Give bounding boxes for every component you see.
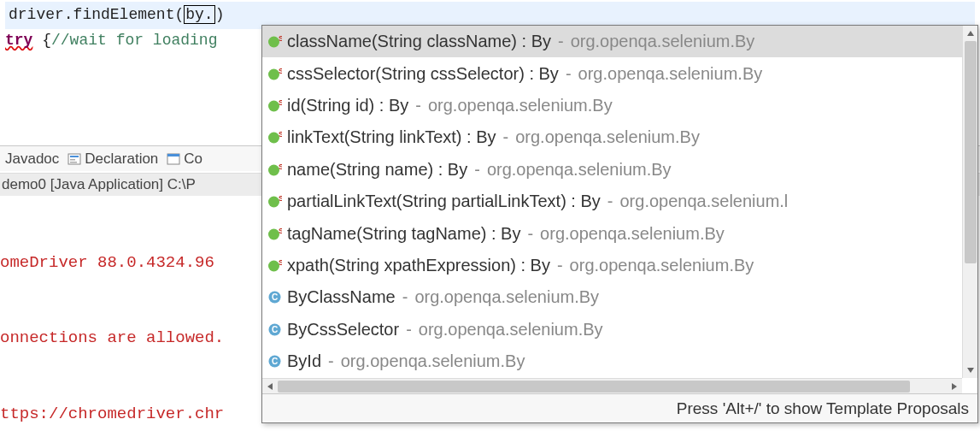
code-keyword: try: [5, 32, 32, 49]
svg-marker-29: [967, 368, 974, 373]
static-method-icon: S: [267, 258, 282, 273]
proposal-signature: partialLinkText(String partialLinkText) …: [287, 192, 601, 211]
static-method-icon: S: [267, 67, 282, 81]
proposal-separator: -: [503, 127, 509, 147]
tab-javadoc[interactable]: Javadoc: [5, 151, 59, 168]
popup-status-bar: Press 'Alt+/' to show Template Proposals: [262, 393, 977, 422]
code-line[interactable]: try {//wait for loading: [5, 32, 217, 49]
svg-text:S: S: [279, 227, 282, 235]
proposal-item[interactable]: SclassName(String className) : By-org.op…: [262, 26, 977, 57]
svg-text:S: S: [279, 162, 282, 171]
proposal-signature: ById: [287, 351, 321, 371]
declaration-icon: [67, 152, 81, 166]
proposal-list-container: SclassName(String className) : By-org.op…: [262, 26, 977, 393]
static-method-icon: S: [267, 130, 282, 145]
class-icon: C: [267, 290, 282, 304]
proposal-separator: -: [406, 320, 412, 340]
tab-label: Declaration: [85, 151, 158, 167]
proposal-separator: -: [607, 192, 613, 211]
proposal-item[interactable]: Sname(String name) : By-org.openqa.selen…: [262, 154, 977, 186]
caret-selection[interactable]: by.: [184, 5, 214, 24]
proposal-signature: ByCssSelector: [287, 320, 399, 340]
proposal-package: org.openqa.selenium.l: [620, 192, 789, 211]
proposal-signature: name(String name) : By: [287, 160, 467, 180]
horizontal-scrollbar[interactable]: [262, 378, 962, 393]
svg-text:C: C: [272, 325, 278, 334]
code-text: ): [215, 6, 225, 23]
proposal-item[interactable]: StagName(String tagName) : By-org.openqa…: [262, 217, 977, 249]
code-text: driver.findElement(: [9, 6, 184, 23]
proposal-signature: cssSelector(String cssSelector) : By: [287, 64, 559, 84]
svg-marker-28: [967, 31, 974, 36]
content-assist-popup: SclassName(String className) : By-org.op…: [261, 25, 978, 423]
svg-rect-2: [70, 159, 75, 161]
proposal-item[interactable]: CById-org.openqa.selenium.By: [262, 345, 977, 377]
svg-rect-3: [70, 162, 77, 163]
static-method-icon: S: [267, 227, 282, 241]
proposal-package: org.openqa.selenium.By: [341, 351, 525, 371]
tab-declaration[interactable]: Declaration: [85, 151, 158, 168]
proposal-separator: -: [402, 287, 408, 307]
tab-label: Co: [184, 151, 202, 167]
proposal-separator: -: [566, 64, 572, 84]
static-method-icon: S: [267, 194, 282, 209]
svg-text:S: S: [279, 67, 282, 75]
svg-text:S: S: [279, 258, 282, 267]
svg-text:S: S: [279, 130, 282, 139]
scrollbar-thumb[interactable]: [278, 381, 910, 393]
proposal-item[interactable]: SpartialLinkText(String partialLinkText)…: [262, 186, 977, 217]
proposal-package: org.openqa.selenium.By: [578, 64, 763, 84]
svg-text:S: S: [279, 98, 282, 107]
proposal-separator: -: [415, 96, 421, 115]
proposal-package: org.openqa.selenium.By: [571, 32, 755, 51]
proposal-item[interactable]: ScssSelector(String cssSelector) : By-or…: [262, 57, 977, 89]
proposal-package: org.openqa.selenium.By: [487, 160, 672, 180]
proposal-separator: -: [474, 160, 480, 180]
proposal-signature: tagName(String tagName) : By: [287, 224, 520, 244]
svg-rect-1: [70, 156, 79, 157]
proposal-item[interactable]: SlinkText(String linkText) : By-org.open…: [262, 121, 977, 153]
proposal-item[interactable]: CByCssSelector-org.openqa.selenium.By: [262, 314, 977, 345]
proposal-item[interactable]: CByClassName-org.openqa.selenium.By: [262, 281, 977, 313]
svg-text:C: C: [272, 357, 278, 366]
svg-marker-31: [952, 383, 957, 390]
popup-status-text: Press 'Alt+/' to show Template Proposals: [677, 399, 969, 418]
proposal-separator: -: [527, 224, 533, 244]
proposal-separator: -: [558, 32, 564, 51]
console-icon: [167, 152, 180, 166]
tab-console[interactable]: Co: [184, 151, 202, 168]
class-icon: C: [267, 354, 282, 369]
svg-rect-5: [167, 154, 179, 156]
proposal-signature: ByClassName: [287, 287, 396, 307]
proposal-separator: -: [328, 351, 334, 371]
tab-label: Javadoc: [5, 151, 59, 167]
scroll-up-arrow-icon[interactable]: [963, 26, 978, 41]
static-method-icon: S: [267, 98, 282, 113]
scrollbar-thumb[interactable]: [965, 41, 977, 263]
proposal-package: org.openqa.selenium.By: [419, 320, 603, 340]
svg-marker-30: [267, 383, 273, 390]
proposal-package: org.openqa.selenium.By: [515, 127, 700, 147]
proposal-package: org.openqa.selenium.By: [540, 224, 725, 244]
proposal-package: org.openqa.selenium.By: [428, 96, 613, 115]
svg-text:S: S: [279, 194, 282, 203]
scroll-down-arrow-icon[interactable]: [963, 363, 978, 378]
proposal-signature: id(String id) : By: [287, 96, 408, 115]
static-method-icon: S: [267, 162, 282, 177]
scroll-left-arrow-icon[interactable]: [262, 379, 278, 394]
proposal-signature: className(String className) : By: [287, 32, 551, 51]
svg-text:S: S: [279, 34, 282, 43]
proposal-package: org.openqa.selenium.By: [570, 256, 754, 275]
proposal-separator: -: [557, 256, 563, 275]
svg-text:C: C: [272, 292, 278, 302]
scroll-right-arrow-icon[interactable]: [947, 379, 962, 394]
proposal-signature: xpath(String xpathExpression) : By: [287, 256, 550, 275]
proposal-list[interactable]: SclassName(String className) : By-org.op…: [262, 26, 977, 378]
proposal-item[interactable]: Sid(String id) : By-org.openqa.selenium.…: [262, 90, 977, 121]
code-comment: //wait for loading: [51, 32, 217, 49]
proposal-item[interactable]: Sxpath(String xpathExpression) : By-org.…: [262, 250, 977, 281]
launch-text: demo0 [Java Application] C:\P: [2, 176, 196, 192]
vertical-scrollbar[interactable]: [962, 26, 977, 378]
static-method-icon: S: [267, 34, 282, 49]
code-text: {: [32, 32, 51, 49]
